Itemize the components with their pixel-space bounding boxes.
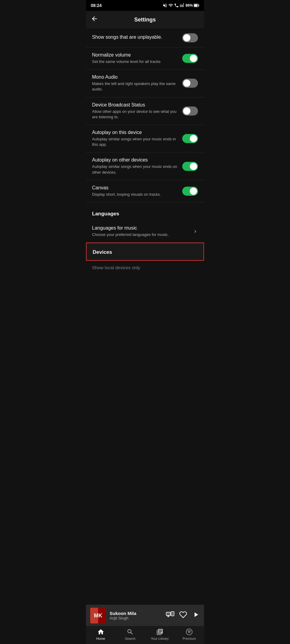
play-icon [192, 611, 200, 619]
svg-rect-8 [172, 612, 173, 615]
show-local-devices-row: Show local devices only [86, 261, 204, 274]
home-icon [97, 628, 104, 636]
setting-canvas[interactable]: Canvas Display short, looping visuals on… [86, 180, 204, 202]
nav-home[interactable]: Home [86, 628, 116, 640]
bottom-nav: Home Search Your Library Premium [86, 626, 204, 644]
now-playing-bar[interactable]: MK Sukoon Mila Arijit Singh [86, 605, 204, 626]
track-artist: Arijit Singh [110, 616, 166, 620]
svg-rect-9 [167, 613, 170, 615]
languages-music-title: Languages for music [92, 225, 188, 231]
wifi-icon [168, 3, 173, 8]
svg-rect-2 [194, 5, 197, 6]
setting-unplayable-title: Show songs that are unplayable. [92, 34, 177, 40]
nav-home-label: Home [96, 637, 105, 640]
svg-text:MK: MK [94, 613, 102, 619]
setting-show-unplayable[interactable]: Show songs that are unplayable. [86, 28, 204, 47]
search-icon [127, 628, 134, 636]
album-art: MK [90, 608, 106, 623]
normalize-volume-title: Normalize volume [92, 52, 177, 58]
canvas-desc: Display short, looping visuals on tracks… [92, 192, 177, 197]
setting-autoplay-this-device[interactable]: Autoplay on this device Autoplay similar… [86, 125, 204, 152]
nav-your-library[interactable]: Your Library [145, 628, 175, 640]
device-broadcast-desc: Allow other apps on your device to see w… [92, 109, 177, 120]
cast-button[interactable] [166, 611, 174, 620]
call-icon [174, 3, 179, 8]
heart-icon [179, 611, 187, 619]
battery-icon [194, 4, 199, 7]
devices-section-title: Devices [93, 249, 197, 255]
chevron-right-icon [193, 229, 198, 234]
svg-point-12 [186, 629, 192, 635]
languages-section-header: Languages [86, 202, 204, 221]
status-time: 08:24 [91, 3, 102, 8]
toggle-device-broadcast[interactable] [182, 106, 198, 116]
setting-mono-audio[interactable]: Mono Audio Makes the left and right spea… [86, 70, 204, 97]
status-icons: 86% [163, 3, 199, 8]
now-playing-controls [166, 611, 200, 620]
setting-normalize-volume[interactable]: Normalize volume Set the same volume lev… [86, 47, 204, 70]
languages-music-desc: Choose your preferred languages for musi… [92, 232, 188, 237]
autoplay-this-desc: Autoplay similar songs when your music e… [92, 136, 177, 147]
setting-device-broadcast[interactable]: Device Broadcast Status Allow other apps… [86, 97, 204, 125]
toggle-normalize-volume[interactable] [182, 54, 198, 63]
devices-section-header: Devices [86, 243, 204, 261]
toggle-autoplay-this[interactable] [182, 134, 198, 143]
normalize-volume-desc: Set the same volume level for all tracks [92, 59, 177, 64]
toggle-mono-audio[interactable] [182, 79, 198, 88]
cast-icon [166, 611, 174, 618]
toggle-canvas[interactable] [182, 187, 198, 196]
nav-premium-label: Premium [183, 637, 196, 640]
status-bar: 08:24 86% [86, 0, 204, 11]
autoplay-other-title: Autoplay on other devices [92, 157, 177, 163]
languages-header-title: Languages [92, 211, 198, 217]
nav-library-label: Your Library [151, 637, 169, 640]
toggle-show-unplayable[interactable] [182, 33, 198, 42]
autoplay-other-desc: Autoplay similar songs when your music e… [92, 164, 177, 175]
page-title: Settings [134, 17, 156, 23]
track-title: Sukoon Mila [110, 611, 166, 616]
settings-content: Show songs that are unplayable. Normaliz… [86, 28, 204, 317]
mono-audio-title: Mono Audio [92, 74, 177, 80]
nav-search[interactable]: Search [116, 628, 145, 640]
canvas-title: Canvas [92, 185, 177, 191]
device-broadcast-title: Device Broadcast Status [92, 102, 177, 108]
battery-level: 86% [186, 3, 193, 8]
track-info: Sukoon Mila Arijit Singh [110, 611, 166, 620]
back-arrow-icon [91, 15, 98, 22]
autoplay-this-title: Autoplay on this device [92, 130, 177, 135]
setting-languages-music[interactable]: Languages for music Choose your preferre… [86, 221, 204, 243]
nav-premium[interactable]: Premium [175, 628, 204, 640]
play-button[interactable] [192, 611, 200, 620]
svg-rect-1 [198, 5, 199, 6]
settings-header: Settings [86, 11, 204, 28]
svg-rect-10 [167, 616, 170, 616]
svg-rect-11 [168, 616, 169, 617]
show-local-devices-text: Show local devices only [92, 265, 140, 270]
back-button[interactable] [91, 15, 98, 24]
mono-audio-desc: Makes the left and right speakers play t… [92, 81, 177, 92]
library-icon [156, 628, 163, 636]
mute-icon [163, 3, 167, 8]
signal-icon [180, 3, 185, 8]
toggle-autoplay-other[interactable] [182, 162, 198, 171]
setting-autoplay-other-devices[interactable]: Autoplay on other devices Autoplay simil… [86, 152, 204, 180]
premium-icon [186, 628, 193, 636]
nav-search-label: Search [125, 637, 136, 640]
like-button[interactable] [179, 611, 187, 620]
album-art-image: MK [90, 608, 106, 623]
